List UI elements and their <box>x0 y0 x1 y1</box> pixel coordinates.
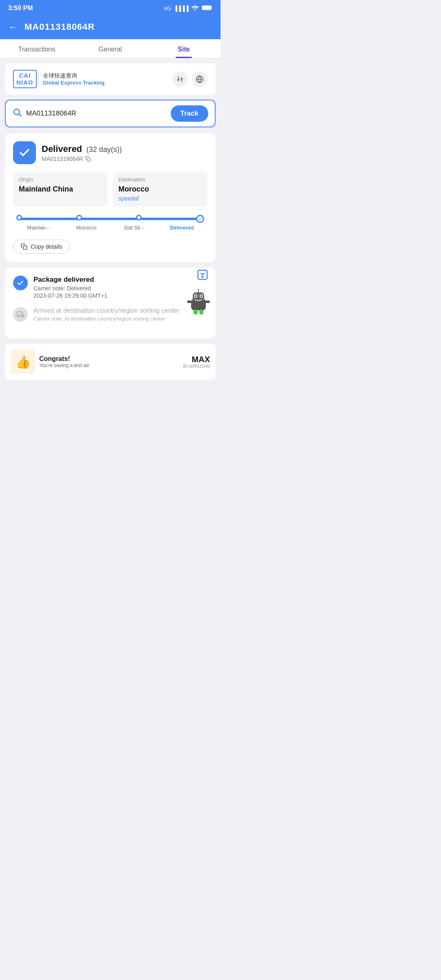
ad-brand: MAX BY APPLOVIN <box>183 355 210 369</box>
svg-point-16 <box>195 295 196 297</box>
copy-details-label: Copy details <box>31 243 62 250</box>
origin-label: Origin <box>19 176 102 183</box>
header-title: MA011318064R <box>24 22 95 32</box>
timeline-delivered-date: 2023-07-26 19:29:00 GMT+1 <box>33 292 107 299</box>
progress-dot-3 <box>136 215 142 220</box>
ad-max-label: MAX <box>183 355 210 364</box>
logo-en-text: Global Express Tracking <box>43 80 105 86</box>
svg-rect-5 <box>87 158 91 161</box>
delivery-days: (32 day(s)) <box>87 145 122 154</box>
delivery-status: Delivered <box>42 144 82 154</box>
wifi-icon <box>191 4 199 12</box>
progress-label-3: Sidi Sli··· <box>110 225 158 231</box>
delivery-header: Delivered (32 day(s)) MA011318064R <box>13 141 207 164</box>
timeline-transit-content: Arrived at destination country/region so… <box>33 307 180 322</box>
robot-mascot <box>186 289 211 318</box>
svg-point-17 <box>200 295 202 297</box>
destination-value: Morocco <box>118 185 202 194</box>
ad-congrats: Congrats! <box>39 355 90 363</box>
delivered-check-icon <box>13 141 36 164</box>
svg-rect-20 <box>194 310 198 314</box>
tracking-input[interactable] <box>26 109 171 118</box>
search-bar[interactable]: Track <box>5 100 216 127</box>
header-action-buttons <box>172 71 207 87</box>
timeline-transit-note: Carrier note: At destination country/reg… <box>33 316 180 322</box>
progress-dot-end <box>196 215 204 223</box>
help-icon[interactable] <box>195 267 210 282</box>
svg-point-19 <box>198 289 199 291</box>
ad-sub: You're seeing a test ad. <box>39 363 90 368</box>
svg-point-8 <box>202 276 203 278</box>
origin-value: Mainland China <box>19 185 102 194</box>
main-content: CAI NIAO 全球快递查询 Global Express Tracking <box>0 58 220 390</box>
ad-text: Congrats! You're seeing a test ad. <box>39 355 90 368</box>
tracking-number-display: MA011318064R <box>42 156 122 162</box>
battery-icon <box>202 5 212 12</box>
svg-rect-9 <box>17 312 22 316</box>
svg-rect-6 <box>23 246 27 249</box>
svg-point-11 <box>22 316 23 317</box>
progress-section: Mainlan··· Morocco Sidi Sli··· Delivered <box>13 215 207 231</box>
timeline-delivered-title: Package delivered <box>33 276 107 284</box>
delivered-circle-icon <box>13 276 28 290</box>
status-icons: 4G ▐▐▐▐ <box>164 4 212 12</box>
progress-labels: Mainlan··· Morocco Sidi Sli··· Delivered <box>13 225 207 231</box>
timeline-item-transit: Arrived at destination country/region so… <box>13 307 207 322</box>
timeline-item-delivered: Package delivered Carrier note: Delivere… <box>13 276 207 299</box>
ad-by-label: BY APPLOVIN <box>183 364 210 369</box>
progress-label-2: Morocco <box>62 225 110 231</box>
svg-rect-23 <box>205 301 210 303</box>
timeline-icon-area <box>13 276 28 299</box>
cainiao-logo: CAI NIAO 全球快递查询 Global Express Tracking <box>13 70 105 88</box>
network-icon: 4G <box>164 5 171 11</box>
origin-box: Origin Mainland China <box>13 172 108 207</box>
svg-rect-1 <box>211 7 212 9</box>
destination-label: Destination <box>118 176 202 183</box>
svg-rect-22 <box>187 301 192 303</box>
status-bar: 3:50 PM 4G ▐▐▐▐ <box>0 0 220 16</box>
timeline-transit-title: Arrived at destination country/region so… <box>33 307 180 314</box>
progress-dot-1 <box>16 215 22 220</box>
delivery-title-row: Delivered (32 day(s)) <box>42 144 122 154</box>
progress-label-1: Mainlan··· <box>15 225 62 231</box>
tab-transactions[interactable]: Transactions <box>0 39 74 58</box>
result-card: Delivered (32 day(s)) MA011318064R Origi… <box>5 133 216 262</box>
search-icon <box>12 107 22 120</box>
logo-text: 全球快递查询 Global Express Tracking <box>38 72 105 86</box>
cainiao-logo-area: CAI NIAO 全球快递查询 Global Express Tracking <box>13 70 105 88</box>
svg-rect-21 <box>199 310 203 314</box>
location-row: Origin Mainland China Destination Morocc… <box>13 172 207 207</box>
globe-icon-button[interactable] <box>192 71 207 87</box>
destination-box: Destination Morocco speedaf <box>113 172 207 207</box>
logo-cn-text: 全球快递查询 <box>43 72 105 80</box>
copy-details-button[interactable]: Copy details <box>13 240 70 254</box>
signal-icon: ▐▐▐▐ <box>174 5 189 11</box>
ad-banner: 👍 Congrats! You're seeing a test ad. MAX… <box>5 344 216 380</box>
timeline-card: Package delivered Carrier note: Delivere… <box>5 267 216 338</box>
timeline-delivered-content: Package delivered Carrier note: Delivere… <box>33 276 107 299</box>
header: ← MA011318064R <box>0 16 220 39</box>
swap-icon-button[interactable] <box>172 71 188 87</box>
ad-thumb: 👍 <box>11 350 35 374</box>
logo-cai: CAI <box>19 72 31 79</box>
transit-circle-icon <box>13 307 28 322</box>
svg-point-10 <box>18 316 19 317</box>
delivery-info: Delivered (32 day(s)) MA011318064R <box>42 144 122 162</box>
timeline-transit-icon-area <box>13 307 28 322</box>
tab-site[interactable]: Site <box>147 39 220 58</box>
back-button[interactable]: ← <box>8 21 18 33</box>
timeline-delivered-note: Carrier note: Delivered <box>33 285 107 292</box>
tab-bar: Transactions General Site <box>0 39 220 58</box>
svg-rect-2 <box>203 6 211 9</box>
carrier-name: speedaf <box>118 195 202 202</box>
status-time: 3:50 PM <box>8 4 33 12</box>
progress-dot-2 <box>76 215 82 220</box>
track-button[interactable]: Track <box>171 105 208 122</box>
logo-niao: NIAO <box>16 79 33 86</box>
logo-box: CAI NIAO <box>13 70 37 88</box>
progress-label-4: Delivered <box>158 225 206 231</box>
cainiao-header-card: CAI NIAO 全球快递查询 Global Express Tracking <box>5 63 216 95</box>
tab-general[interactable]: General <box>74 39 147 58</box>
